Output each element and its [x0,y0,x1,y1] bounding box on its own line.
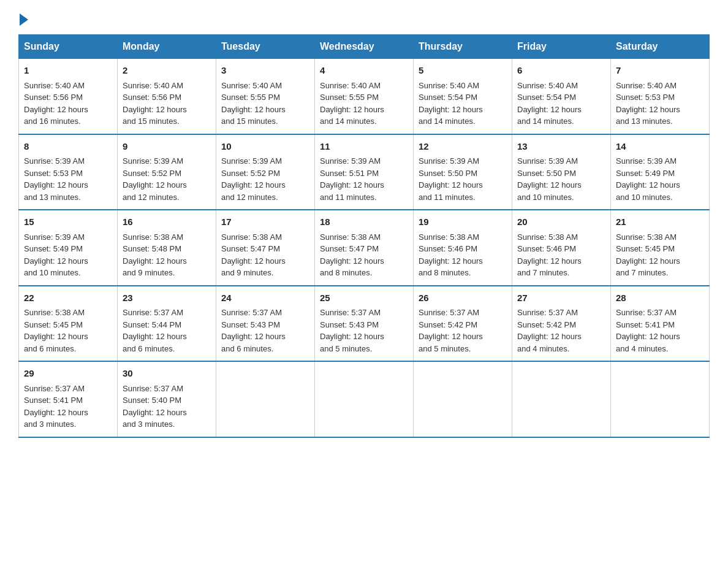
day-number: 15 [24,215,112,229]
day-number: 7 [616,64,704,78]
calendar-cell: 5 Sunrise: 5:40 AMSunset: 5:54 PMDayligh… [414,59,512,134]
day-number: 12 [419,140,507,154]
day-info: Sunrise: 5:40 AMSunset: 5:56 PMDaylight:… [24,81,88,126]
calendar-cell: 14 Sunrise: 5:39 AMSunset: 5:49 PMDaylig… [611,134,710,210]
day-info: Sunrise: 5:37 AMSunset: 5:42 PMDaylight:… [419,308,483,353]
day-number: 27 [517,291,605,305]
day-info: Sunrise: 5:39 AMSunset: 5:53 PMDaylight:… [24,156,88,202]
day-info: Sunrise: 5:40 AMSunset: 5:54 PMDaylight:… [517,81,582,126]
calendar-cell: 24 Sunrise: 5:37 AMSunset: 5:43 PMDaylig… [216,286,315,362]
day-info: Sunrise: 5:40 AMSunset: 5:55 PMDaylight:… [320,81,384,126]
calendar-cell: 22 Sunrise: 5:38 AMSunset: 5:45 PMDaylig… [19,286,118,362]
day-number: 2 [123,64,211,78]
day-info: Sunrise: 5:37 AMSunset: 5:41 PMDaylight:… [24,384,88,429]
calendar-header: SundayMondayTuesdayWednesdayThursdayFrid… [19,35,710,59]
day-number: 30 [123,367,211,381]
calendar-cell: 16 Sunrise: 5:38 AMSunset: 5:48 PMDaylig… [118,210,216,286]
calendar-cell: 29 Sunrise: 5:37 AMSunset: 5:41 PMDaylig… [19,361,118,437]
day-number: 8 [24,140,112,154]
day-number: 26 [419,291,507,305]
day-info: Sunrise: 5:39 AMSunset: 5:52 PMDaylight:… [221,156,286,202]
calendar-cell: 15 Sunrise: 5:39 AMSunset: 5:49 PMDaylig… [19,210,118,286]
calendar-cell: 12 Sunrise: 5:39 AMSunset: 5:50 PMDaylig… [414,134,512,210]
calendar-table: SundayMondayTuesdayWednesdayThursdayFrid… [18,34,710,438]
calendar-cell: 1 Sunrise: 5:40 AMSunset: 5:56 PMDayligh… [19,59,118,134]
day-number: 3 [221,64,309,78]
day-number: 25 [320,291,408,305]
day-number: 20 [517,215,605,229]
day-number: 14 [616,140,704,154]
calendar-cell [216,361,315,437]
calendar-cell: 20 Sunrise: 5:38 AMSunset: 5:46 PMDaylig… [512,210,611,286]
day-number: 24 [221,291,309,305]
calendar-cell: 26 Sunrise: 5:37 AMSunset: 5:42 PMDaylig… [414,286,512,362]
calendar-body: 1 Sunrise: 5:40 AMSunset: 5:56 PMDayligh… [19,59,710,437]
day-number: 19 [419,215,507,229]
day-number: 23 [123,291,211,305]
day-info: Sunrise: 5:39 AMSunset: 5:51 PMDaylight:… [320,156,384,202]
header-cell-saturday: Saturday [611,35,710,59]
day-number: 11 [320,140,408,154]
calendar-cell: 21 Sunrise: 5:38 AMSunset: 5:45 PMDaylig… [611,210,710,286]
day-info: Sunrise: 5:39 AMSunset: 5:52 PMDaylight:… [123,156,187,202]
day-number: 17 [221,215,309,229]
day-info: Sunrise: 5:38 AMSunset: 5:45 PMDaylight:… [616,232,680,278]
day-info: Sunrise: 5:40 AMSunset: 5:53 PMDaylight:… [616,81,680,126]
calendar-cell: 13 Sunrise: 5:39 AMSunset: 5:50 PMDaylig… [512,134,611,210]
day-info: Sunrise: 5:38 AMSunset: 5:46 PMDaylight:… [419,232,483,278]
day-info: Sunrise: 5:39 AMSunset: 5:49 PMDaylight:… [616,156,680,202]
day-number: 16 [123,215,211,229]
calendar-cell: 19 Sunrise: 5:38 AMSunset: 5:46 PMDaylig… [414,210,512,286]
header-cell-wednesday: Wednesday [315,35,414,59]
logo-arrow-icon [20,13,28,26]
calendar-cell: 18 Sunrise: 5:38 AMSunset: 5:47 PMDaylig… [315,210,414,286]
calendar-cell [414,361,512,437]
header-cell-sunday: Sunday [19,35,118,59]
calendar-cell: 6 Sunrise: 5:40 AMSunset: 5:54 PMDayligh… [512,59,611,134]
calendar-cell: 27 Sunrise: 5:37 AMSunset: 5:42 PMDaylig… [512,286,611,362]
calendar-week-row: 1 Sunrise: 5:40 AMSunset: 5:56 PMDayligh… [19,59,710,134]
day-info: Sunrise: 5:37 AMSunset: 5:44 PMDaylight:… [123,308,187,353]
header-cell-friday: Friday [512,35,611,59]
day-info: Sunrise: 5:37 AMSunset: 5:43 PMDaylight:… [221,308,286,353]
day-number: 4 [320,64,408,78]
calendar-cell: 11 Sunrise: 5:39 AMSunset: 5:51 PMDaylig… [315,134,414,210]
calendar-week-row: 8 Sunrise: 5:39 AMSunset: 5:53 PMDayligh… [19,134,710,210]
day-info: Sunrise: 5:38 AMSunset: 5:45 PMDaylight:… [24,308,88,353]
calendar-cell: 9 Sunrise: 5:39 AMSunset: 5:52 PMDayligh… [118,134,216,210]
day-info: Sunrise: 5:38 AMSunset: 5:48 PMDaylight:… [123,232,187,278]
calendar-cell: 7 Sunrise: 5:40 AMSunset: 5:53 PMDayligh… [611,59,710,134]
calendar-cell: 23 Sunrise: 5:37 AMSunset: 5:44 PMDaylig… [118,286,216,362]
calendar-cell: 8 Sunrise: 5:39 AMSunset: 5:53 PMDayligh… [19,134,118,210]
calendar-cell: 30 Sunrise: 5:37 AMSunset: 5:40 PMDaylig… [118,361,216,437]
day-info: Sunrise: 5:37 AMSunset: 5:40 PMDaylight:… [123,384,187,429]
day-number: 29 [24,367,112,381]
day-info: Sunrise: 5:37 AMSunset: 5:43 PMDaylight:… [320,308,384,353]
day-number: 21 [616,215,704,229]
day-info: Sunrise: 5:40 AMSunset: 5:54 PMDaylight:… [419,81,483,126]
day-number: 6 [517,64,605,78]
day-number: 18 [320,215,408,229]
calendar-cell: 10 Sunrise: 5:39 AMSunset: 5:52 PMDaylig… [216,134,315,210]
day-info: Sunrise: 5:39 AMSunset: 5:50 PMDaylight:… [419,156,483,202]
day-number: 22 [24,291,112,305]
calendar-cell: 4 Sunrise: 5:40 AMSunset: 5:55 PMDayligh… [315,59,414,134]
calendar-week-row: 22 Sunrise: 5:38 AMSunset: 5:45 PMDaylig… [19,286,710,362]
day-number: 10 [221,140,309,154]
day-number: 9 [123,140,211,154]
header-cell-monday: Monday [118,35,216,59]
day-number: 1 [24,64,112,78]
day-info: Sunrise: 5:40 AMSunset: 5:56 PMDaylight:… [123,81,187,126]
page-header [18,12,710,23]
day-info: Sunrise: 5:37 AMSunset: 5:42 PMDaylight:… [517,308,582,353]
day-info: Sunrise: 5:38 AMSunset: 5:46 PMDaylight:… [517,232,582,278]
day-number: 28 [616,291,704,305]
calendar-week-row: 15 Sunrise: 5:39 AMSunset: 5:49 PMDaylig… [19,210,710,286]
header-row: SundayMondayTuesdayWednesdayThursdayFrid… [19,35,710,59]
calendar-cell [315,361,414,437]
logo [18,12,28,23]
day-info: Sunrise: 5:38 AMSunset: 5:47 PMDaylight:… [320,232,384,278]
header-cell-thursday: Thursday [414,35,512,59]
calendar-cell [611,361,710,437]
header-cell-tuesday: Tuesday [216,35,315,59]
